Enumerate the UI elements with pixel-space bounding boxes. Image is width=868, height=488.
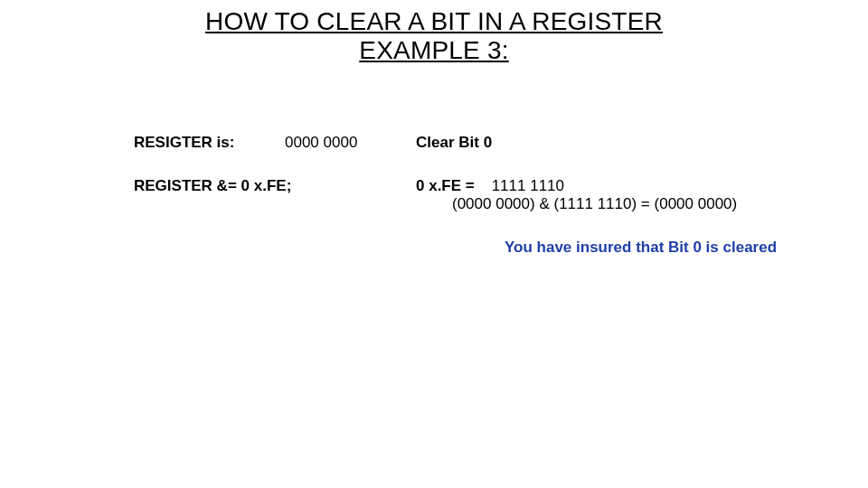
conclusion-note: You have insured that Bit 0 is cleared: [505, 239, 777, 257]
register-and-statement: REGISTER &= 0 x.FE;: [134, 177, 291, 195]
slide-title: HOW TO CLEAR A BIT IN A REGISTER EXAMPLE…: [0, 7, 868, 65]
register-is-label: RESIGTER is:: [134, 134, 234, 152]
mask-label: 0 x.FE =: [416, 177, 475, 194]
slide: HOW TO CLEAR A BIT IN A REGISTER EXAMPLE…: [0, 0, 868, 488]
clear-bit-label: Clear Bit 0: [416, 134, 492, 152]
title-line-1: HOW TO CLEAR A BIT IN A REGISTER: [205, 7, 663, 35]
register-is-value: 0000 0000: [285, 134, 357, 152]
mask-line: 0 x.FE = 1111 1110: [416, 177, 564, 195]
title-line-2: EXAMPLE 3:: [359, 36, 508, 64]
mask-value: 1111 1110: [492, 177, 564, 194]
mask-spacer: [478, 177, 486, 194]
and-calculation: (0000 0000) & (1111 1110) = (0000 0000): [452, 195, 737, 213]
